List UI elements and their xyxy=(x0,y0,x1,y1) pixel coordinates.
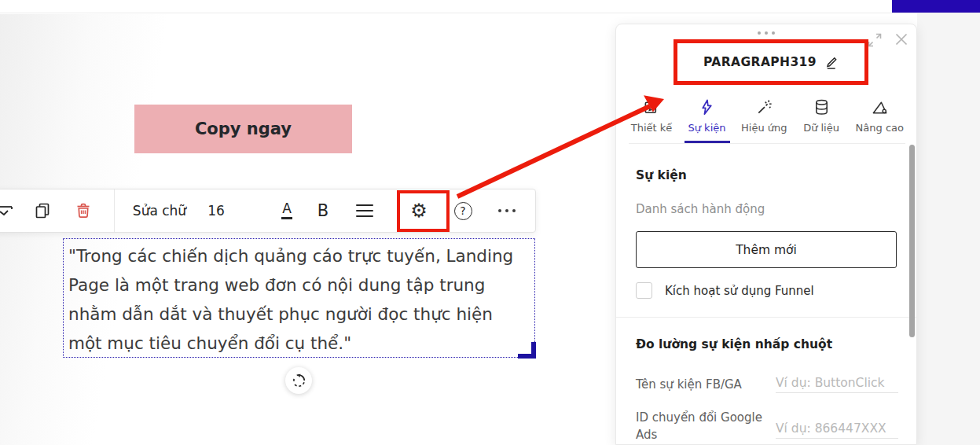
rename-button[interactable] xyxy=(824,55,839,70)
tab-label: Hiệu ứng xyxy=(741,122,787,134)
expand-icon[interactable] xyxy=(868,33,882,47)
funnel-checkbox-label: Kích hoạt sử dụng Funnel xyxy=(665,284,814,298)
paragraph-line: Page là một trang web đơn có nội dung tậ… xyxy=(68,270,534,300)
edit-text-label: Sửa chữ xyxy=(133,203,186,219)
tab-label: Dữ liệu xyxy=(803,122,839,134)
selected-paragraph[interactable]: "Trong các chiến dịch quảng cáo trực tuy… xyxy=(63,238,535,358)
google-ads-id-label: ID chuyển đổi Google Ads xyxy=(636,409,771,443)
tab-label: Nâng cao xyxy=(856,122,904,134)
paragraph-line: nhằm dẫn dắt và thuyết phục người đọc th… xyxy=(68,300,534,329)
tab-nang-cao[interactable]: Nâng cao xyxy=(854,97,905,143)
pencil-icon xyxy=(824,55,839,70)
element-toolbar: Sửa chữ 16 A B ⚙ ? xyxy=(0,189,536,233)
action-list-label: Danh sách hành động xyxy=(636,202,765,216)
right-background-rail xyxy=(917,13,980,445)
more-options-button[interactable] xyxy=(490,189,524,232)
ellipsis-icon xyxy=(498,209,516,212)
justify-icon xyxy=(356,204,373,217)
align-button[interactable] xyxy=(350,189,380,232)
data-database-icon xyxy=(813,98,831,116)
anchor-tool-icon[interactable] xyxy=(0,189,21,232)
font-size-control[interactable]: 16 xyxy=(202,189,230,232)
help-button[interactable]: ? xyxy=(449,189,477,232)
google-ads-id-input[interactable] xyxy=(776,418,898,439)
element-name: PARAGRAPH319 xyxy=(703,55,817,69)
top-right-blue-button[interactable] xyxy=(892,0,980,13)
text-color-button[interactable]: A xyxy=(273,189,301,232)
panel-scrollbar[interactable] xyxy=(909,145,915,337)
add-new-button[interactable]: Thêm mới xyxy=(636,231,897,268)
tracking-section-heading: Đo lường sự kiện nhấp chuột xyxy=(636,337,832,351)
anchor-tool-icon xyxy=(0,201,20,220)
panel-tabs: Thiết kế Sự kiện Hiệu ứng xyxy=(629,97,905,144)
rotate-handle[interactable] xyxy=(285,367,312,394)
resize-handle[interactable] xyxy=(518,342,536,359)
font-size-value: 16 xyxy=(207,203,225,219)
panel-drag-handle-icon[interactable] xyxy=(758,31,775,35)
bold-button[interactable]: B xyxy=(309,189,337,232)
events-section-heading: Sự kiện xyxy=(636,168,687,182)
cta-copy-button[interactable]: Copy ngay xyxy=(134,105,352,153)
delete-button[interactable] xyxy=(70,189,97,232)
design-icon xyxy=(643,98,661,116)
fb-ga-event-input[interactable] xyxy=(776,373,898,393)
properties-panel: PARAGRAPH319 Thiết kế Sự kiện xyxy=(615,24,917,445)
help-icon: ? xyxy=(454,202,472,220)
section-divider xyxy=(616,317,916,318)
bold-icon: B xyxy=(317,201,329,220)
tab-label: Sự kiện xyxy=(688,122,726,134)
funnel-checkbox[interactable] xyxy=(636,282,652,299)
close-icon[interactable] xyxy=(894,32,908,46)
tab-su-kien[interactable]: Sự kiện xyxy=(685,97,730,143)
paragraph-line: một mục tiêu chuyển đổi cụ thể." xyxy=(68,329,534,358)
tab-thiet-ke[interactable]: Thiết kế xyxy=(629,97,674,143)
toolbar-divider xyxy=(114,189,115,232)
fb-ga-event-label: Tên sự kiện FB/GA xyxy=(636,377,742,392)
effects-wand-icon xyxy=(755,98,773,116)
trash-icon xyxy=(74,201,93,220)
annotation-box-gear xyxy=(397,190,450,232)
event-bolt-icon xyxy=(698,98,716,116)
top-strip xyxy=(0,0,980,13)
edit-text-button[interactable]: Sửa chữ xyxy=(128,189,191,232)
text-color-icon: A xyxy=(281,202,292,219)
funnel-checkbox-row: Kích hoạt sử dụng Funnel xyxy=(636,282,814,299)
tab-label: Thiết kế xyxy=(631,122,673,134)
rotate-icon xyxy=(290,372,307,389)
duplicate-button[interactable] xyxy=(29,189,56,232)
duplicate-icon xyxy=(33,201,52,220)
tab-du-lieu[interactable]: Dữ liệu xyxy=(798,97,844,143)
annotation-box-title: PARAGRAPH319 xyxy=(674,39,868,85)
tab-hieu-ung[interactable]: Hiệu ứng xyxy=(740,97,789,143)
advanced-icon xyxy=(871,98,889,116)
paragraph-line: "Trong các chiến dịch quảng cáo trực tuy… xyxy=(68,241,534,270)
